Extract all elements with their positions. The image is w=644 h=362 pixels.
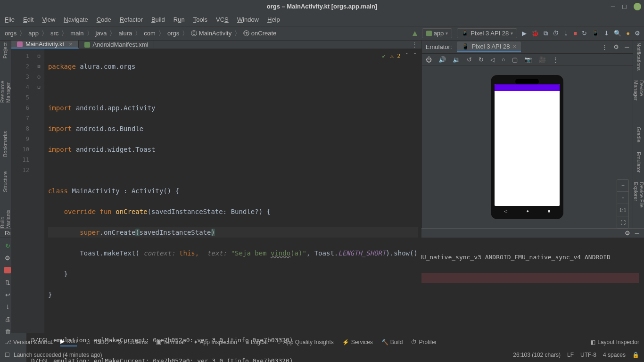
layout-inspector-tool[interactable]: ◧ Layout Inspector xyxy=(590,339,639,346)
crumb[interactable]: Ⓒ MainActivity xyxy=(190,28,232,39)
crumb[interactable]: orgs xyxy=(166,29,180,38)
device-file-explorer-tool[interactable]: Device File Explorer xyxy=(633,182,644,228)
menu-file[interactable]: File xyxy=(5,16,15,23)
build-icon[interactable] xyxy=(413,31,417,36)
gradle-tool[interactable]: Gradle xyxy=(636,127,642,142)
crumb[interactable]: java xyxy=(95,29,108,38)
rotate-right-icon[interactable]: ↻ xyxy=(479,56,484,63)
crumb[interactable]: main xyxy=(69,29,84,38)
sdk-icon[interactable]: ⬇ xyxy=(604,30,609,37)
todo-tool[interactable]: ☑ TODO xyxy=(85,339,108,346)
device-manager-tool[interactable]: Device Manager xyxy=(633,80,644,117)
crumb[interactable]: ⓜ onCreate xyxy=(242,28,277,39)
zoom-out-button[interactable]: － xyxy=(617,192,628,204)
back-icon[interactable]: ◁ xyxy=(490,56,495,63)
run-icon[interactable]: ▶ xyxy=(522,30,527,37)
zoom-in-button[interactable]: ＋ xyxy=(617,180,628,192)
run-tool[interactable]: ▶ Run xyxy=(60,338,77,346)
services-tool[interactable]: ⚡ Services xyxy=(342,339,373,346)
code-area[interactable]: package alura.com.orgs import android.ap… xyxy=(44,49,421,333)
rotate-left-icon[interactable]: ↺ xyxy=(467,56,472,63)
notifications-tool[interactable]: Notifications xyxy=(636,42,642,71)
emulator-device-tab[interactable]: 📱Pixel 3 API 28× xyxy=(457,41,521,52)
vcs-tool[interactable]: ⎇ Version Control xyxy=(5,339,52,346)
close-button[interactable]: × xyxy=(634,3,641,10)
cursor-position[interactable]: 26:103 (102 chars) xyxy=(513,352,561,358)
profiler-icon[interactable]: ⏱ xyxy=(553,30,559,37)
menu-refactor[interactable]: Refactor xyxy=(120,16,143,23)
search-icon[interactable]: 🔍 xyxy=(614,30,621,37)
attach-debugger-icon[interactable]: ⤓ xyxy=(563,30,569,37)
emulator-hide-icon[interactable]: ─ xyxy=(625,43,629,50)
extended-controls-icon[interactable]: ⋮ xyxy=(553,56,559,63)
run-hide-icon[interactable]: ─ xyxy=(635,230,639,237)
menu-help[interactable]: Help xyxy=(267,16,280,23)
menu-build[interactable]: Build xyxy=(151,16,165,23)
menu-code[interactable]: Code xyxy=(97,16,111,23)
menu-vcs[interactable]: VCS xyxy=(216,16,229,23)
stop-icon[interactable]: ■ xyxy=(573,30,577,37)
volume-up-icon[interactable]: 🔊 xyxy=(438,56,446,63)
crumb[interactable]: app xyxy=(27,29,40,38)
editor-more-icon[interactable]: ⋮ xyxy=(408,41,421,49)
menu-tools[interactable]: Tools xyxy=(193,16,207,23)
maximize-button[interactable]: ◻ xyxy=(622,3,627,10)
record-icon[interactable]: 🎥 xyxy=(538,56,546,63)
close-tab-icon[interactable]: × xyxy=(69,41,73,48)
settings-icon[interactable]: ⚙ xyxy=(635,30,640,37)
build-variants-tool[interactable]: Build Variants xyxy=(0,206,11,228)
zoom-fit-button[interactable]: 1:1 xyxy=(617,204,628,216)
screenshot-icon[interactable]: 📷 xyxy=(524,56,532,63)
crumb[interactable]: src xyxy=(50,29,59,38)
emulator-canvas[interactable]: ◁●■ ＋ － 1:1 ⛶ xyxy=(422,66,633,228)
menu-navigate[interactable]: Navigate xyxy=(64,16,88,23)
quality-tool[interactable]: ♡ App Quality Insights xyxy=(276,339,334,346)
tab-manifest[interactable]: AndroidManifest.xml xyxy=(79,41,155,49)
line-ending[interactable]: LF xyxy=(567,352,574,358)
tab-mainactivity[interactable]: MainActivity.kt× xyxy=(11,41,79,49)
volume-down-icon[interactable]: 🔉 xyxy=(453,56,460,63)
build-tool[interactable]: 🔨 Build xyxy=(381,339,403,346)
crumb[interactable]: alura xyxy=(117,29,133,38)
run-gear-icon[interactable]: ⚙ xyxy=(625,230,630,237)
avd-icon[interactable]: 📱 xyxy=(592,30,599,37)
menu-window[interactable]: Window xyxy=(237,16,259,23)
emulator-panel: Emulator: 📱Pixel 3 API 28× ⋮ ⚙ ─ ⏻ 🔊 🔉 ↺… xyxy=(421,41,633,228)
crumb[interactable]: orgs xyxy=(4,29,17,38)
crumb[interactable]: com xyxy=(143,29,157,38)
problems-tool[interactable]: ⊘ Problems xyxy=(117,339,148,346)
home-icon[interactable]: ○ xyxy=(502,56,505,63)
sync-icon[interactable]: ↻ xyxy=(582,30,587,37)
power-icon[interactable]: ⏻ xyxy=(426,56,432,63)
emulator-more-icon[interactable]: ⋮ xyxy=(602,43,608,50)
overview-icon[interactable]: ▢ xyxy=(512,56,518,63)
emulator-tool[interactable]: Emulator xyxy=(636,152,642,173)
app-inspection-tool[interactable]: ✦ App Inspection xyxy=(193,339,237,346)
line-gutter: 123456789101112 xyxy=(11,49,34,333)
resource-manager-tool[interactable]: Resource Manager xyxy=(0,73,11,103)
menu-view[interactable]: View xyxy=(42,16,55,23)
minimize-button[interactable]: ─ xyxy=(611,3,615,10)
emulated-device[interactable]: ◁●■ xyxy=(491,75,563,219)
logcat-tool[interactable]: ≡ Logcat xyxy=(246,339,268,346)
updates-icon[interactable]: ● xyxy=(626,30,630,37)
emulator-gear-icon[interactable]: ⚙ xyxy=(613,43,619,50)
coverage-icon[interactable]: ⧉ xyxy=(544,30,548,37)
debug-icon[interactable]: 🐞 xyxy=(531,30,539,37)
menu-edit[interactable]: Edit xyxy=(23,16,33,23)
right-tool-strip: Notifications Device Manager Gradle Emul… xyxy=(633,41,644,228)
run-config-selector[interactable]: app▾ xyxy=(422,28,453,38)
indent[interactable]: 4 spaces xyxy=(603,352,626,358)
inspection-widget[interactable]: ✔⚠ 2ˆˇ xyxy=(382,51,416,61)
editor-body[interactable]: 123456789101112 ⊟⊟○⊟ package alura.com.o… xyxy=(11,49,421,333)
terminal-tool[interactable]: ▣ Terminal xyxy=(156,339,184,346)
device-selector[interactable]: 📱Pixel 3 API 28▾ xyxy=(457,28,517,38)
project-tool[interactable]: Project xyxy=(2,42,8,58)
menu-run[interactable]: Run xyxy=(173,16,185,23)
structure-tool[interactable]: Structure xyxy=(2,171,8,192)
readonly-icon[interactable]: 🔒 xyxy=(632,352,639,358)
encoding[interactable]: UTF-8 xyxy=(580,352,596,358)
profiler-tool[interactable]: ⏱ Profiler xyxy=(411,339,437,346)
bookmarks-tool[interactable]: Bookmarks xyxy=(2,131,8,157)
zoom-reset-button[interactable]: ⛶ xyxy=(617,216,628,229)
